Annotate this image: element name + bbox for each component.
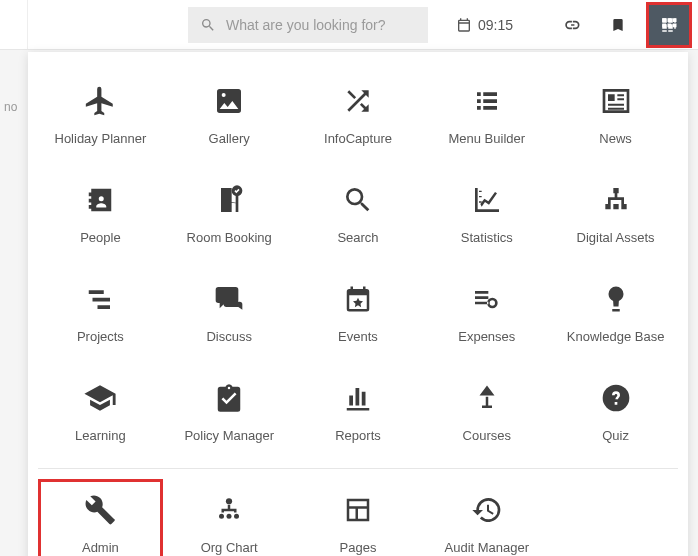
app-people[interactable]: People xyxy=(38,169,163,262)
app-label: Expenses xyxy=(458,329,515,344)
layout-icon xyxy=(340,492,376,528)
app-label: Menu Builder xyxy=(448,131,525,146)
app-label: Statistics xyxy=(461,230,513,245)
app-label: Search xyxy=(337,230,378,245)
svg-point-8 xyxy=(226,498,232,504)
svg-rect-1 xyxy=(668,18,672,22)
door-check-icon xyxy=(211,182,247,218)
svg-point-11 xyxy=(234,514,239,519)
app-projects[interactable]: Projects xyxy=(38,268,163,361)
gantt-icon xyxy=(82,281,118,317)
svg-rect-4 xyxy=(668,23,672,27)
tools-icon xyxy=(82,492,118,528)
app-discuss[interactable]: Discuss xyxy=(167,268,292,361)
app-events[interactable]: Events xyxy=(296,268,421,361)
app-label: Learning xyxy=(75,428,126,443)
app-menu-builder[interactable]: Menu Builder xyxy=(424,70,549,163)
app-gallery[interactable]: Gallery xyxy=(167,70,292,163)
shuffle-icon xyxy=(340,83,376,119)
graduation-icon xyxy=(82,380,118,416)
app-pages[interactable]: Pages xyxy=(296,479,421,556)
clock: 09:15 xyxy=(456,17,513,33)
app-infocapture[interactable]: InfoCapture xyxy=(296,70,421,163)
app-menu-panel: Holiday Planner Gallery InfoCapture Menu… xyxy=(28,52,688,556)
app-label: Room Booking xyxy=(187,230,272,245)
app-policy-manager[interactable]: Policy Manager xyxy=(167,367,292,460)
app-label: Org Chart xyxy=(201,540,258,555)
app-label: Admin xyxy=(82,540,119,555)
app-label: News xyxy=(599,131,632,146)
search-icon xyxy=(200,17,216,33)
app-learning[interactable]: Learning xyxy=(38,367,163,460)
app-grid-secondary: Admin Org Chart Pages Audit Manager xyxy=(38,479,678,556)
app-label: Gallery xyxy=(209,131,250,146)
history-icon xyxy=(469,492,505,528)
app-search[interactable]: Search xyxy=(296,169,421,262)
airplane-icon xyxy=(82,83,118,119)
app-label: Courses xyxy=(463,428,511,443)
calendar-star-icon xyxy=(340,281,376,317)
app-news[interactable]: News xyxy=(553,70,678,163)
app-statistics[interactable]: Statistics xyxy=(424,169,549,262)
calendar-icon xyxy=(456,17,472,33)
svg-rect-0 xyxy=(662,18,666,22)
svg-rect-5 xyxy=(673,23,677,27)
chat-icon xyxy=(211,281,247,317)
app-holiday-planner[interactable]: Holiday Planner xyxy=(38,70,163,163)
topbar: 09:15 xyxy=(0,0,698,50)
app-label: Knowledge Base xyxy=(567,329,665,344)
search-box[interactable] xyxy=(188,7,428,43)
app-label: Quiz xyxy=(602,428,629,443)
svg-point-10 xyxy=(227,514,232,519)
svg-rect-3 xyxy=(662,23,666,27)
app-label: Reports xyxy=(335,428,381,443)
app-label: Events xyxy=(338,329,378,344)
link-icon[interactable] xyxy=(554,7,590,43)
app-grid-primary: Holiday Planner Gallery InfoCapture Menu… xyxy=(38,70,678,460)
app-courses[interactable]: Courses xyxy=(424,367,549,460)
app-label: Audit Manager xyxy=(445,540,530,555)
app-org-chart[interactable]: Org Chart xyxy=(167,479,292,556)
magnify-icon xyxy=(340,182,376,218)
app-label: Projects xyxy=(77,329,124,344)
app-knowledge-base[interactable]: Knowledge Base xyxy=(553,268,678,361)
org-chart-icon xyxy=(211,492,247,528)
coins-icon xyxy=(469,281,505,317)
address-book-icon xyxy=(82,182,118,218)
list-icon xyxy=(469,83,505,119)
app-reports[interactable]: Reports xyxy=(296,367,421,460)
image-icon xyxy=(211,83,247,119)
svg-point-9 xyxy=(219,514,224,519)
app-label: Holiday Planner xyxy=(55,131,147,146)
chart-line-icon xyxy=(469,182,505,218)
app-label: InfoCapture xyxy=(324,131,392,146)
bar-chart-icon xyxy=(340,380,376,416)
app-admin[interactable]: Admin xyxy=(38,479,163,556)
app-audit-manager[interactable]: Audit Manager xyxy=(424,479,549,556)
app-label: People xyxy=(80,230,120,245)
app-room-booking[interactable]: Room Booking xyxy=(167,169,292,262)
left-strip xyxy=(0,0,28,49)
app-label: Digital Assets xyxy=(577,230,655,245)
newspaper-icon xyxy=(598,83,634,119)
app-label: Policy Manager xyxy=(184,428,274,443)
app-grid-button[interactable] xyxy=(646,2,692,48)
sitemap-icon xyxy=(598,182,634,218)
tree-icon xyxy=(598,281,634,317)
clock-time: 09:15 xyxy=(478,17,513,33)
clipboard-check-icon xyxy=(211,380,247,416)
sidebar-hint: no xyxy=(4,100,17,114)
svg-rect-2 xyxy=(673,18,677,22)
divider xyxy=(38,468,678,469)
app-digital-assets[interactable]: Digital Assets xyxy=(553,169,678,262)
app-expenses[interactable]: Expenses xyxy=(424,268,549,361)
app-label: Pages xyxy=(340,540,377,555)
bookmark-icon[interactable] xyxy=(600,7,636,43)
question-icon xyxy=(598,380,634,416)
grid-icon xyxy=(660,16,678,34)
search-input[interactable] xyxy=(226,17,416,33)
app-label: Discuss xyxy=(206,329,252,344)
app-quiz[interactable]: Quiz xyxy=(553,367,678,460)
lamp-icon xyxy=(469,380,505,416)
